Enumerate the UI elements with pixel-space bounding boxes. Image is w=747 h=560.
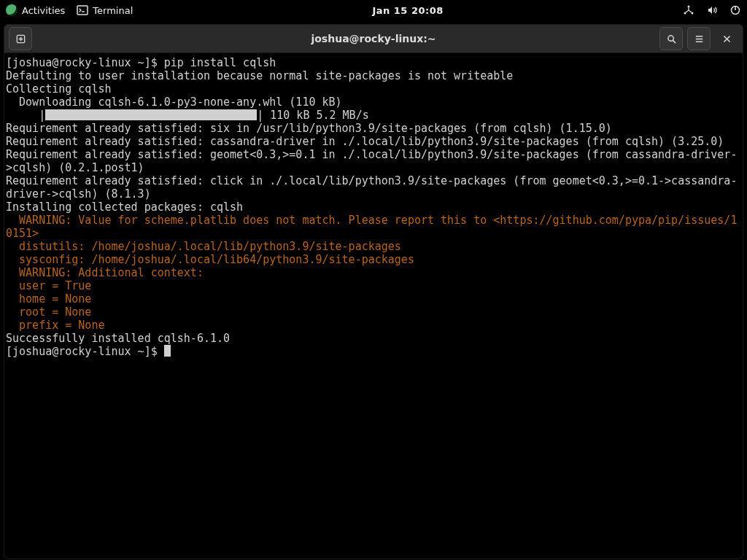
svg-rect-0 — [77, 6, 88, 15]
warning-line: WARNING: Additional context: — [6, 266, 204, 279]
power-icon — [729, 4, 741, 16]
output-line: Requirement already satisfied: six in /u… — [6, 122, 612, 135]
warning-line: home = None — [6, 292, 91, 306]
output-line: Installing collected packages: cqlsh — [6, 201, 243, 214]
output-line: Collecting cqlsh — [6, 82, 112, 96]
svg-point-7 — [667, 35, 673, 41]
warning-line: root = None — [6, 306, 91, 319]
activities-button[interactable]: Activities — [6, 4, 65, 16]
search-icon — [666, 34, 677, 44]
progress-bar — [45, 109, 257, 120]
new-tab-button[interactable] — [9, 27, 32, 50]
activities-logo-icon — [6, 4, 18, 16]
close-button[interactable] — [715, 27, 738, 50]
warning-line: WARNING: Value for scheme.platlib does n… — [6, 214, 737, 240]
output-line: Successfully installed cqlsh-6.1.0 — [6, 332, 230, 345]
warning-line: sysconfig: /home/joshua/.local/lib64/pyt… — [6, 253, 414, 266]
network-icon — [683, 4, 694, 16]
terminal-icon — [77, 4, 88, 16]
cursor — [164, 345, 171, 357]
close-icon — [722, 34, 732, 44]
volume-icon — [706, 4, 718, 16]
prompt: [joshua@rocky-linux ~]$ — [6, 345, 164, 358]
app-menu-label: Terminal — [93, 6, 133, 15]
output-line: Requirement already satisfied: click in … — [6, 174, 737, 201]
gnome-topbar: Activities Terminal Jan 15 20:08 — [0, 0, 747, 20]
menu-button[interactable] — [687, 27, 711, 50]
topbar-clock[interactable]: Jan 15 20:08 — [372, 6, 443, 15]
new-tab-icon — [15, 34, 26, 44]
output-line: Requirement already satisfied: cassandra… — [6, 135, 724, 148]
terminal-window: joshua@rocky-linux:~ [joshua@rocky-linux… — [0, 20, 747, 560]
svg-point-1 — [688, 6, 690, 8]
output-line: | 110 kB 5.2 MB/s — [257, 109, 369, 122]
output-line: Requirement already satisfied: geomet<0.… — [6, 148, 737, 174]
search-button[interactable] — [659, 27, 683, 50]
warning-line: distutils: /home/joshua/.local/lib/pytho… — [6, 240, 401, 253]
warning-line: prefix = None — [6, 319, 104, 332]
terminal-viewport[interactable]: [joshua@rocky-linux ~]$ pip install cqls… — [4, 53, 743, 559]
hamburger-icon — [694, 34, 705, 44]
volume-indicator[interactable] — [706, 4, 718, 16]
output-line: Downloading cqlsh-6.1.0-py3-none-any.whl… — [6, 96, 342, 109]
output-line: | — [6, 109, 45, 122]
prompt: [joshua@rocky-linux ~]$ — [6, 56, 164, 69]
warning-line: user = True — [6, 279, 91, 292]
app-menu[interactable]: Terminal — [77, 4, 133, 16]
power-indicator[interactable] — [729, 4, 741, 16]
svg-line-8 — [673, 40, 676, 43]
window-titlebar: joshua@rocky-linux:~ — [4, 24, 743, 53]
network-indicator[interactable] — [683, 4, 694, 16]
output-line: Defaulting to user installation because … — [6, 69, 513, 82]
window-title: joshua@rocky-linux:~ — [0, 34, 747, 44]
activities-label: Activities — [22, 6, 65, 15]
command-text: pip install cqlsh — [164, 56, 276, 69]
